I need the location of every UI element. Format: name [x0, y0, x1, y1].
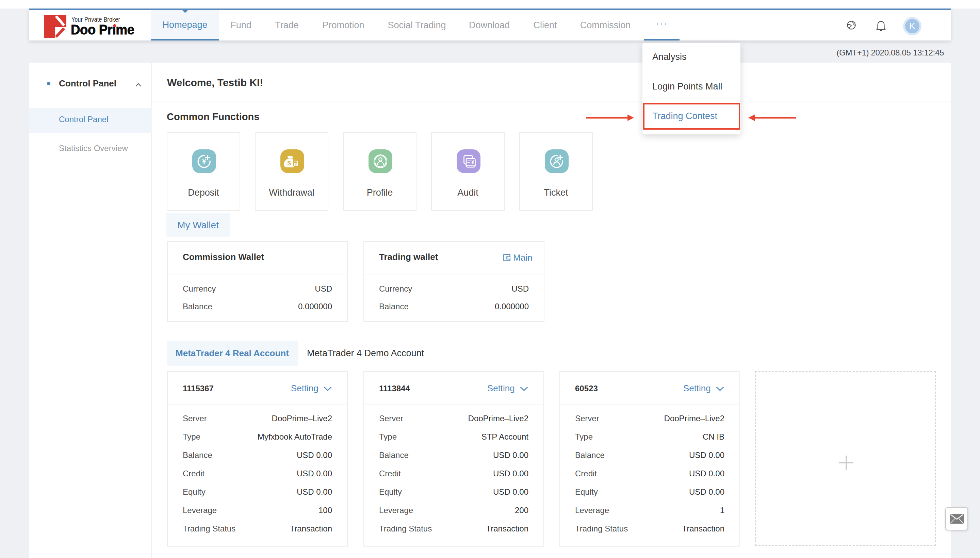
svg-text:$: $	[287, 159, 291, 167]
svg-text:¥: ¥	[202, 157, 207, 166]
